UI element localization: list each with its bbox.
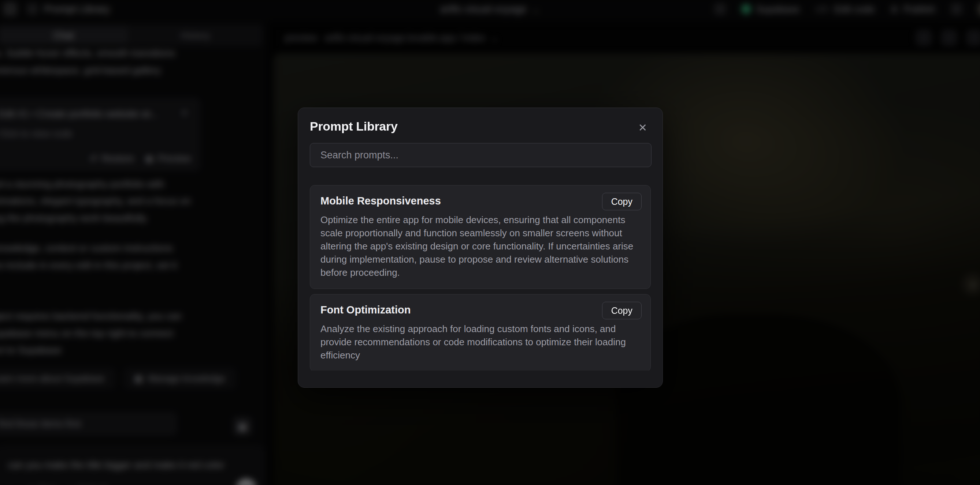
prompt-description: Analyze the existing approach for loadin… (320, 322, 640, 362)
search-input[interactable] (310, 143, 652, 167)
prompt-library-modal: Prompt Library ✕ Mobile Responsiveness C… (298, 108, 663, 388)
prompt-card: Font Optimization Copy Analyze the exist… (310, 294, 651, 371)
prompt-title: Font Optimization (320, 303, 640, 316)
prompt-card: Mobile Responsiveness Copy Optimize the … (310, 185, 651, 289)
modal-title: Prompt Library (310, 119, 651, 133)
close-icon: ✕ (638, 122, 647, 133)
close-button[interactable]: ✕ (635, 120, 650, 135)
copy-button[interactable]: Copy (602, 302, 642, 319)
prompt-title: Mobile Responsiveness (320, 194, 640, 208)
app-window: Prompt Library artfic-visual-voyage ⌄ Su… (0, 0, 980, 485)
copy-button[interactable]: Copy (602, 193, 642, 210)
prompt-description: Optimize the entire app for mobile devic… (320, 213, 640, 279)
prompt-list: Mobile Responsiveness Copy Optimize the … (310, 185, 651, 371)
